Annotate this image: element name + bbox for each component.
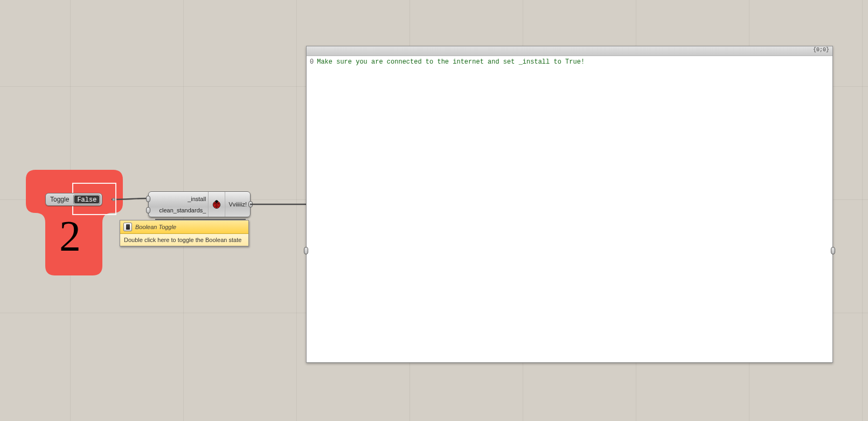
toggle-icon: [123, 223, 132, 231]
component-input-port-2[interactable]: [146, 207, 150, 213]
component-output-label: Vviiiiiz!: [228, 201, 247, 208]
wire-component-to-panel: [249, 199, 311, 210]
output-panel[interactable]: {0;0} 0Make sure you are connected to th…: [306, 46, 833, 363]
ladybug-icon: [211, 199, 222, 210]
tooltip-body: Double click here to toggle the Boolean …: [120, 234, 248, 246]
toggle-value-wrap[interactable]: False: [73, 195, 100, 204]
tooltip-header: Boolean Toggle: [120, 220, 248, 234]
ladybug-component[interactable]: _install clean_standards_ Vviiiiiz!: [148, 191, 251, 217]
panel-line-index: 0: [310, 58, 314, 66]
boolean-toggle[interactable]: Toggle False: [45, 193, 102, 206]
panel-body: 0Make sure you are connected to the inte…: [307, 56, 832, 68]
component-input-label-1: _install: [151, 196, 206, 202]
tooltip: Boolean Toggle Double click here to togg…: [120, 220, 249, 246]
component-input-port-1[interactable]: [146, 196, 150, 202]
svg-point-3: [214, 203, 216, 204]
toggle-label: Toggle: [46, 194, 73, 205]
tooltip-title: Boolean Toggle: [135, 224, 176, 230]
panel-output-port[interactable]: [831, 247, 835, 254]
component-input-label-2: clean_standards_: [151, 207, 206, 213]
panel-input-port[interactable]: [304, 247, 308, 254]
group-shape: [26, 170, 123, 275]
panel-line-text: Make sure you are connected to the inter…: [317, 58, 585, 66]
component-output-port[interactable]: [248, 201, 253, 208]
svg-point-2: [216, 200, 218, 203]
svg-point-5: [215, 205, 216, 206]
canvas[interactable]: 2 Toggle False _install clean_standards_: [0, 0, 868, 421]
panel-titlebar[interactable]: {0;0}: [307, 46, 832, 56]
component-outputs: Vviiiiiz!: [225, 192, 250, 217]
toggle-value: False: [74, 196, 99, 203]
panel-data-path: {0;0}: [813, 47, 829, 53]
component-icon-slot: [209, 192, 225, 217]
group-step-number: 2: [59, 212, 81, 261]
svg-point-4: [218, 203, 219, 204]
svg-point-6: [218, 205, 219, 206]
component-inputs: _install clean_standards_: [149, 192, 209, 217]
toggle-output-grip[interactable]: [112, 198, 115, 201]
